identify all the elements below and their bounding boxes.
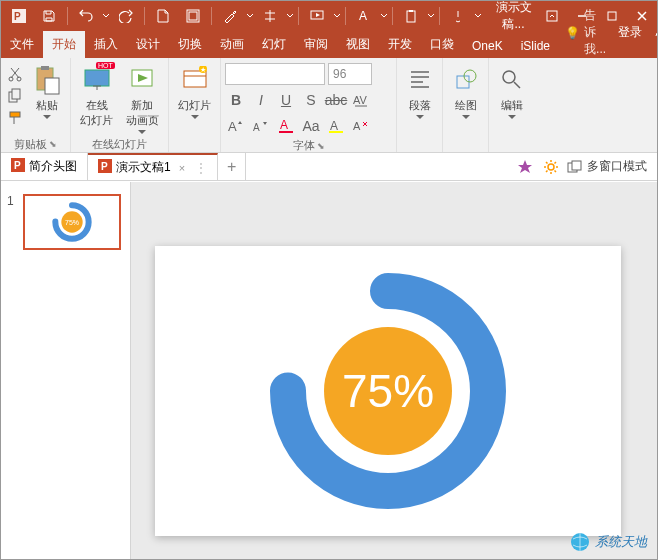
- text-tool-icon[interactable]: A: [350, 4, 378, 28]
- chevron-down-icon: [416, 115, 424, 119]
- svg-text:A: A: [253, 122, 260, 133]
- text-dropdown[interactable]: [380, 14, 388, 18]
- multi-window-button[interactable]: 多窗口模式: [567, 158, 647, 175]
- window-title: 演示文稿...: [482, 0, 537, 33]
- slideshow-dropdown[interactable]: [333, 14, 341, 18]
- tab-islide[interactable]: iSlide: [512, 34, 559, 58]
- undo-button[interactable]: [72, 4, 100, 28]
- tab-view[interactable]: 视图: [337, 31, 379, 58]
- shadow-button[interactable]: S: [300, 89, 322, 111]
- bold-button[interactable]: B: [225, 89, 247, 111]
- share-icon: [654, 25, 658, 40]
- tab-insert[interactable]: 插入: [85, 31, 127, 58]
- font-size-input[interactable]: [328, 63, 372, 85]
- undo-dropdown[interactable]: [102, 14, 110, 18]
- tab-menu-icon[interactable]: ⋮: [195, 161, 207, 175]
- svg-rect-32: [329, 131, 343, 133]
- clipboard-dropdown[interactable]: [427, 14, 435, 18]
- tab-slideshow[interactable]: 幻灯: [253, 31, 295, 58]
- progress-ring-chart[interactable]: 75%: [268, 271, 508, 511]
- clipboard-icon[interactable]: [397, 4, 425, 28]
- new-file-icon[interactable]: [149, 4, 177, 28]
- slide-thumbnails-panel: 1 75%: [1, 182, 131, 559]
- chevron-down-icon: [43, 115, 51, 119]
- underline-button[interactable]: U: [275, 89, 297, 111]
- islide-icon[interactable]: [515, 157, 535, 177]
- print-icon[interactable]: [179, 4, 207, 28]
- svg-text:AV: AV: [353, 94, 368, 106]
- chevron-down-icon: [462, 115, 470, 119]
- font-color-button[interactable]: A: [275, 115, 297, 137]
- svg-text:A: A: [330, 119, 338, 133]
- tab-developer[interactable]: 开发: [379, 31, 421, 58]
- svg-rect-34: [457, 76, 469, 88]
- slide-thumbnail-1[interactable]: 75%: [23, 194, 121, 250]
- online-slides-button[interactable]: HOT 在线 幻灯片: [75, 60, 119, 128]
- slide-1[interactable]: 75%: [155, 246, 621, 536]
- change-case-button[interactable]: Aa: [300, 115, 322, 137]
- svg-text:A: A: [280, 118, 288, 132]
- tab-animation[interactable]: 动画: [211, 31, 253, 58]
- svg-rect-7: [409, 10, 413, 12]
- cut-button[interactable]: [5, 64, 25, 84]
- svg-rect-15: [12, 89, 20, 99]
- chevron-down-icon: [138, 130, 146, 134]
- editing-button[interactable]: 编辑: [493, 60, 531, 119]
- new-animation-page-button[interactable]: 新加 动画页: [121, 60, 165, 134]
- start-slideshow-icon[interactable]: [303, 4, 331, 28]
- svg-text:A: A: [353, 120, 361, 132]
- slide-canvas-area[interactable]: 75%: [131, 182, 657, 559]
- svg-text:P: P: [14, 160, 21, 171]
- touch-mode-icon[interactable]: [444, 4, 472, 28]
- tab-home[interactable]: 开始: [43, 31, 85, 58]
- font-launcher[interactable]: ⬊: [317, 141, 325, 151]
- paragraph-button[interactable]: 段落: [401, 60, 438, 119]
- strikethrough-button[interactable]: abc: [325, 89, 347, 111]
- italic-button[interactable]: I: [250, 89, 272, 111]
- drawing-button[interactable]: 绘图: [447, 60, 484, 119]
- tab-onekey[interactable]: OneK: [463, 34, 512, 58]
- svg-point-36: [503, 71, 515, 83]
- app-icon[interactable]: P: [5, 4, 33, 28]
- highlight-button[interactable]: A: [325, 115, 347, 137]
- align-icon[interactable]: [256, 4, 284, 28]
- tab-transition[interactable]: 切换: [169, 31, 211, 58]
- copy-button[interactable]: [5, 86, 25, 106]
- align-dropdown[interactable]: [286, 14, 294, 18]
- settings-gear-icon[interactable]: [541, 157, 561, 177]
- clipboard-launcher[interactable]: ⬊: [49, 139, 57, 149]
- redo-button[interactable]: [112, 4, 140, 28]
- shrink-font-button[interactable]: A: [250, 115, 272, 137]
- clear-formatting-button[interactable]: A: [350, 115, 372, 137]
- chevron-down-icon: [191, 115, 199, 119]
- share-button[interactable]: 共: [648, 19, 658, 46]
- svg-rect-30: [279, 131, 293, 133]
- svg-rect-8: [547, 11, 557, 21]
- save-button[interactable]: [35, 4, 63, 28]
- paste-button[interactable]: 粘贴: [27, 60, 66, 119]
- tab-design[interactable]: 设计: [127, 31, 169, 58]
- close-tab-button[interactable]: ×: [179, 162, 185, 174]
- svg-rect-19: [45, 78, 59, 94]
- slide-number: 1: [7, 194, 17, 250]
- eyedropper-dropdown[interactable]: [246, 14, 254, 18]
- watermark: 系统天地: [569, 531, 647, 553]
- tab-pocket[interactable]: 口袋: [421, 31, 463, 58]
- svg-text:A: A: [228, 119, 237, 133]
- qat-customize-dropdown[interactable]: [474, 14, 482, 18]
- login-button[interactable]: 登录: [612, 19, 648, 46]
- doc-tab-presentation[interactable]: P 演示文稿1 × ⋮: [88, 153, 218, 180]
- font-name-input[interactable]: [225, 63, 325, 85]
- new-doc-button[interactable]: +: [218, 153, 246, 180]
- svg-rect-43: [572, 161, 581, 170]
- slides-button[interactable]: ★ 幻灯片: [173, 60, 216, 119]
- eyedropper-icon[interactable]: [216, 4, 244, 28]
- grow-font-button[interactable]: A: [225, 115, 247, 137]
- svg-rect-16: [10, 112, 20, 117]
- tab-review[interactable]: 审阅: [295, 31, 337, 58]
- doc-tab-profile[interactable]: P 简介头图: [1, 153, 88, 180]
- tell-me-search[interactable]: 💡 告诉我...: [559, 7, 612, 58]
- char-spacing-button[interactable]: AV: [350, 89, 372, 111]
- tab-file[interactable]: 文件: [1, 31, 43, 58]
- format-painter-button[interactable]: [5, 108, 25, 128]
